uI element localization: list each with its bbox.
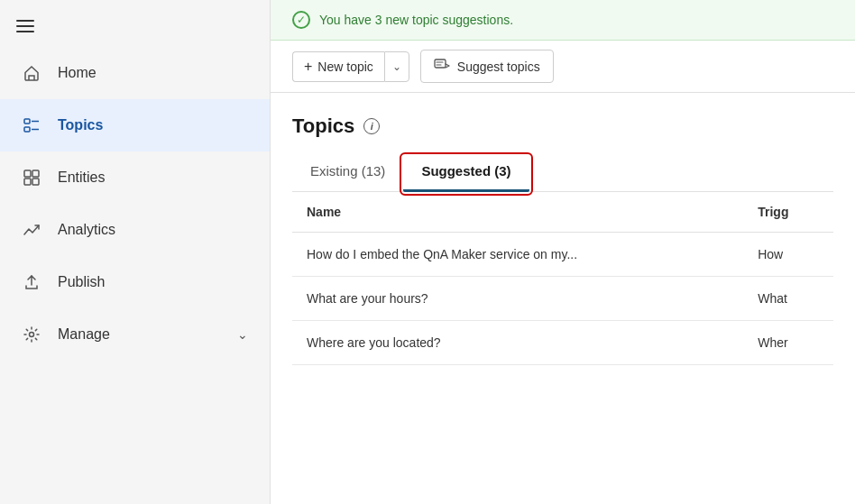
svg-rect-10 — [435, 60, 446, 68]
table-row[interactable]: How do I embed the QnA Maker service on … — [292, 233, 833, 277]
tab-existing-label: Existing (13) — [310, 163, 385, 179]
table-header-row: Name Trigg — [292, 192, 833, 233]
manage-icon — [22, 325, 41, 344]
info-icon[interactable]: i — [363, 118, 380, 134]
topic-name-cell: How do I embed the QnA Maker service on … — [292, 233, 743, 277]
topic-name-cell: What are your hours? — [292, 277, 743, 321]
topic-trigger-cell: What — [743, 277, 833, 321]
hamburger-button[interactable] — [0, 9, 270, 47]
sidebar-item-topics-label: Topics — [58, 117, 103, 133]
svg-rect-0 — [24, 119, 30, 124]
sidebar-item-publish-label: Publish — [58, 274, 105, 290]
svg-rect-4 — [24, 170, 31, 177]
svg-rect-6 — [24, 179, 31, 185]
sidebar-item-entities-label: Entities — [58, 170, 105, 186]
table-row[interactable]: What are your hours?What — [292, 277, 833, 321]
new-topic-dropdown-button[interactable]: ⌄ — [384, 51, 409, 82]
topic-trigger-cell: Wher — [743, 321, 833, 365]
topics-icon — [22, 115, 41, 135]
new-topic-label: New topic — [317, 60, 372, 74]
info-icon-label: i — [371, 121, 373, 132]
sidebar-item-home[interactable]: Home — [0, 47, 270, 99]
sidebar-item-publish[interactable]: Publish — [0, 256, 270, 308]
sidebar-nav: Home Topics — [0, 47, 270, 361]
new-topic-button[interactable]: + New topic — [292, 51, 384, 82]
toolbar: + New topic ⌄ Suggest topics — [271, 41, 855, 93]
sidebar-item-home-label: Home — [58, 65, 97, 81]
suggest-icon — [434, 57, 450, 76]
sidebar: Home Topics — [0, 0, 271, 504]
topics-table: Name Trigg How do I embed the QnA Maker … — [292, 192, 833, 365]
page-title-row: Topics i — [292, 115, 833, 138]
svg-rect-5 — [32, 170, 39, 177]
column-trigger: Trigg — [743, 192, 833, 233]
hamburger-icon — [16, 20, 34, 32]
column-name: Name — [292, 192, 743, 233]
sidebar-item-entities[interactable]: Entities — [0, 151, 270, 204]
topic-name-cell: Where are you located? — [292, 321, 743, 365]
sidebar-item-manage[interactable]: Manage ⌄ — [0, 308, 270, 361]
svg-rect-1 — [24, 127, 30, 132]
plus-icon: + — [304, 59, 312, 75]
sidebar-item-topics[interactable]: Topics — [0, 99, 270, 151]
suggest-topics-label: Suggest topics — [457, 60, 540, 74]
tab-existing[interactable]: Existing (13) — [292, 156, 403, 192]
notification-banner: ✓ You have 3 new topic suggestions. — [271, 0, 855, 41]
sidebar-item-analytics-label: Analytics — [58, 222, 115, 238]
tab-suggested[interactable]: Suggested (3) — [403, 156, 529, 192]
tabs-row: Existing (13) Suggested (3) — [292, 156, 833, 192]
publish-icon — [22, 272, 41, 292]
sidebar-item-manage-label: Manage — [58, 326, 110, 343]
notification-message: You have 3 new topic suggestions. — [319, 13, 513, 27]
table-row[interactable]: Where are you located?Wher — [292, 321, 833, 365]
entities-icon — [22, 168, 41, 188]
topic-trigger-cell: How — [743, 233, 833, 277]
sidebar-item-analytics[interactable]: Analytics — [0, 204, 270, 256]
main-content: ✓ You have 3 new topic suggestions. + Ne… — [271, 0, 855, 504]
chevron-down-icon: ⌄ — [392, 60, 401, 73]
content-area: Topics i Existing (13) Suggested (3) Nam… — [271, 93, 855, 504]
home-icon — [22, 63, 41, 83]
svg-rect-7 — [32, 179, 39, 185]
suggest-topics-button[interactable]: Suggest topics — [420, 50, 554, 83]
manage-chevron-icon: ⌄ — [237, 327, 248, 342]
page-title: Topics — [292, 115, 354, 138]
tab-suggested-label: Suggested (3) — [421, 163, 510, 179]
analytics-icon — [22, 220, 41, 240]
svg-point-9 — [30, 333, 34, 337]
success-icon: ✓ — [292, 11, 310, 29]
new-topic-split-button: + New topic ⌄ — [292, 51, 409, 82]
